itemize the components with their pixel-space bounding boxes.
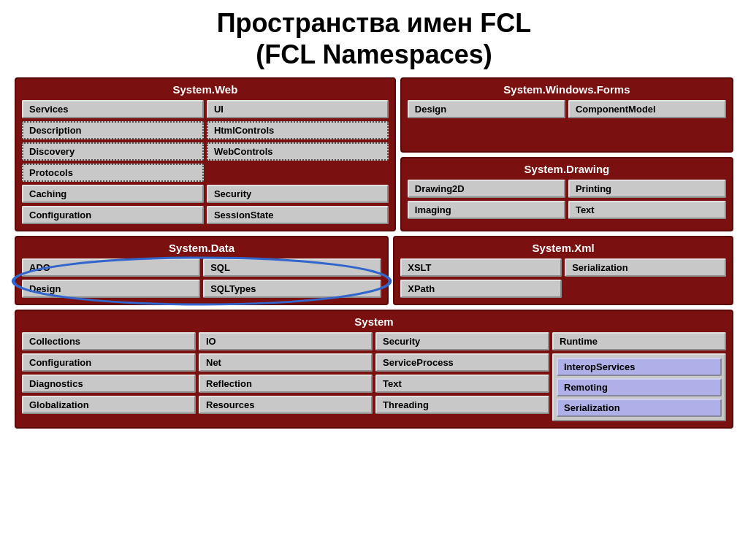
web-protocols: Protocols	[22, 164, 204, 182]
system-web-title: System.Web	[22, 83, 389, 96]
system-winforms-box: System.Windows.Forms Design ComponentMod…	[400, 77, 733, 153]
sys-net: Net	[199, 353, 373, 372]
system-data-title: System.Data	[22, 242, 381, 254]
sys-threading: Threading	[375, 396, 549, 414]
web-services: Services	[22, 100, 204, 118]
sys-remoting: Remoting	[557, 378, 722, 396]
sys-runtime: Runtime	[552, 332, 726, 350]
drawing-text: Text	[568, 201, 726, 219]
sys-security: Security	[375, 332, 549, 350]
system-drawing-box: System.Drawing Drawing2D Imaging Printin…	[400, 157, 733, 232]
system-main-box: System Collections Configuration Diagnos…	[15, 310, 733, 429]
sys-diagnostics: Diagnostics	[22, 375, 196, 393]
system-main-title: System	[22, 315, 726, 328]
system-data-wrapper: System.Data ADO Design SQL SQLTypes	[15, 236, 389, 305]
xml-xslt: XSLT	[400, 258, 562, 277]
web-security: Security	[207, 185, 389, 203]
web-caching: Caching	[22, 185, 204, 203]
xml-xpath: XPath	[400, 280, 562, 298]
sys-collections: Collections	[22, 332, 196, 350]
data-sql: SQL	[203, 258, 381, 277]
system-xml-box: System.Xml XSLT XPath Serialization	[393, 236, 733, 305]
web-ui: UI	[207, 100, 389, 118]
drawing-printing: Printing	[568, 180, 726, 198]
drawing-2d: Drawing2D	[408, 180, 565, 198]
system-data-box: System.Data ADO Design SQL SQLTypes	[15, 236, 389, 305]
web-configuration: Configuration	[22, 206, 204, 224]
system-drawing-title: System.Drawing	[408, 163, 726, 175]
system-xml-wrapper: System.Xml XSLT XPath Serialization	[393, 236, 733, 305]
diagram: System.Web Services Description Discover…	[7, 77, 741, 429]
page-title: Пространства имен FCL (FCL Namespaces)	[7, 7, 741, 70]
drawing-imaging: Imaging	[408, 201, 565, 219]
system-xml-title: System.Xml	[400, 242, 726, 254]
web-discovery: Discovery	[22, 142, 204, 161]
sys-resources: Resources	[199, 396, 373, 414]
sys-runtime-group: InteropServices Remoting Serialization	[552, 353, 726, 421]
system-winforms-title: System.Windows.Forms	[408, 83, 726, 96]
sys-serialization2: Serialization	[557, 399, 722, 417]
sys-reflection: Reflection	[199, 375, 373, 393]
web-sessionstate: SessionState	[207, 206, 389, 224]
data-ado: ADO	[22, 258, 200, 277]
sys-globalization: Globalization	[22, 396, 196, 414]
sys-interopservices: InteropServices	[557, 358, 722, 376]
web-description: Description	[22, 121, 204, 139]
data-sqltypes: SQLTypes	[203, 280, 381, 298]
sys-text: Text	[375, 375, 549, 393]
winforms-componentmodel: ComponentModel	[568, 100, 726, 118]
data-design: Design	[22, 280, 200, 298]
xml-serialization: Serialization	[565, 258, 726, 277]
web-webcontrols: WebControls	[207, 142, 389, 161]
system-web-box: System.Web Services Description Discover…	[15, 77, 396, 231]
winforms-design: Design	[408, 100, 565, 118]
sys-configuration: Configuration	[22, 353, 196, 372]
sys-serviceprocess: ServiceProcess	[375, 353, 549, 372]
web-htmlcontrols: HtmlControls	[207, 121, 389, 139]
sys-io: IO	[199, 332, 373, 350]
